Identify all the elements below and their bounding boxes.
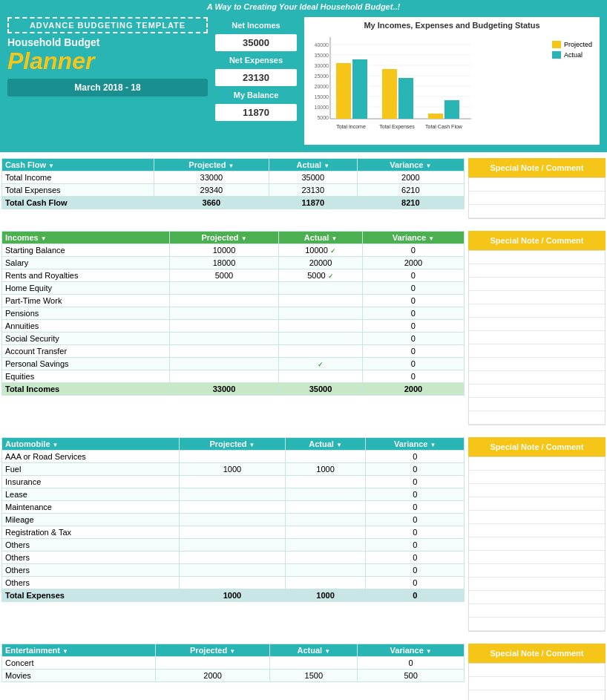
income-variance-10: 0 — [362, 370, 464, 383]
bar-expenses-actual — [398, 78, 413, 119]
entertainment-col1-header[interactable]: Entertainment ▼ — [2, 644, 156, 657]
note-line — [469, 358, 605, 371]
income-label-10: Equities — [2, 370, 170, 383]
cashflow-proj-1: 29340 — [154, 184, 269, 197]
top-banner: A Way to Creating Your Ideal Household B… — [0, 0, 607, 13]
income-proj-8 — [169, 345, 278, 358]
auto-label-3: Lease — [2, 488, 180, 501]
income-actual-10 — [279, 370, 363, 383]
income-proj-9 — [169, 358, 278, 370]
income-proj-2: 5000 — [169, 269, 278, 282]
income-variance-7: 0 — [362, 333, 464, 345]
ent-variance-1: 500 — [358, 670, 465, 682]
automobile-col4-header[interactable]: Variance ▼ — [366, 438, 465, 451]
incomes-col4-header[interactable]: Variance ▼ — [362, 232, 464, 244]
bar-cashflow-actual — [444, 100, 459, 119]
auto-label-2: Insurance — [2, 476, 180, 488]
gap2 — [0, 425, 607, 431]
income-row: Rents and Royalties 5000 5000 ✓ 0 — [2, 269, 465, 282]
incomes-table-wrapper: Incomes ▼ Projected ▼ Actual ▼ Variance … — [1, 231, 465, 425]
balance-value: 11870 — [215, 104, 297, 121]
auto-proj-4 — [180, 501, 285, 514]
cashflow-label-0: Total Income — [2, 171, 154, 184]
note-line — [469, 604, 605, 618]
cashflow-col3-header[interactable]: Actual ▼ — [269, 159, 357, 171]
cashflow-col2-header[interactable]: Projected ▼ — [154, 159, 269, 171]
automobile-col1-header[interactable]: Automobile ▼ — [2, 438, 180, 451]
entertainment-col2-header[interactable]: Projected ▼ — [155, 644, 269, 657]
note-line — [469, 677, 605, 690]
incomes-total-label: Total Incomes — [2, 383, 170, 396]
auto-variance-7: 0 — [366, 539, 465, 552]
bar-chart-svg: 40000 35000 30000 25000 20000 15000 1000… — [308, 33, 501, 137]
income-actual-4 — [279, 295, 363, 307]
entertainment-note-section: Special Note / Comment — [468, 644, 606, 700]
note-line — [469, 291, 605, 304]
cashflow-variance-0: 2000 — [357, 171, 464, 184]
ent-actual-0 — [270, 657, 358, 670]
automobile-col2-header[interactable]: Projected ▼ — [180, 438, 285, 451]
income-label-7: Social Security — [2, 333, 170, 345]
entertainment-col3-header[interactable]: Actual ▼ — [270, 644, 358, 657]
auto-variance-1: 0 — [366, 463, 465, 476]
incomes-col2-header[interactable]: Projected ▼ — [169, 232, 278, 244]
auto-total-proj: 1000 — [180, 589, 285, 602]
income-proj-4 — [169, 295, 278, 307]
income-label-1: Salary — [2, 257, 170, 269]
entertainment-row: Movies 2000 1500 500 — [2, 670, 465, 682]
auto-proj-10 — [180, 577, 285, 589]
svg-text:Total Expenses: Total Expenses — [379, 124, 415, 130]
income-variance-5: 0 — [362, 307, 464, 320]
cashflow-proj-0: 33000 — [154, 171, 269, 184]
cashflow-note-box: Special Note / Comment — [468, 158, 606, 177]
auto-variance-10: 0 — [366, 577, 465, 589]
note-line — [469, 205, 605, 218]
auto-proj-8 — [180, 552, 285, 564]
income-proj-1: 18000 — [169, 257, 278, 269]
incomes-note-box: Special Note / Comment — [468, 231, 606, 250]
auto-variance-6: 0 — [366, 526, 465, 539]
auto-actual-2 — [285, 476, 366, 488]
cashflow-col1-header[interactable]: Cash Flow ▼ — [2, 159, 154, 171]
cashflow-table: Cash Flow ▼ Projected ▼ Actual ▼ Varianc… — [1, 158, 465, 209]
automobile-table: Automobile ▼ Projected ▼ Actual ▼ Varian… — [1, 437, 465, 602]
auto-label-5: Mileage — [2, 514, 180, 526]
ent-variance-0: 0 — [358, 657, 465, 670]
incomes-col3-header[interactable]: Actual ▼ — [279, 232, 363, 244]
auto-variance-0: 0 — [366, 451, 465, 463]
automobile-note-box: Special Note / Comment — [468, 437, 606, 457]
automobile-row: Mileage 0 — [2, 514, 465, 526]
note-line — [469, 524, 605, 537]
header-left: ADVANCE BUDGETING TEMPLATE Household Bud… — [7, 17, 208, 145]
note-line — [469, 457, 605, 471]
income-actual-7 — [279, 333, 363, 345]
note-line — [469, 564, 605, 578]
cashflow-actual-2: 11870 — [269, 197, 357, 209]
legend-actual: Actual — [552, 51, 592, 59]
income-proj-6 — [169, 320, 278, 333]
auto-label-0: AAA or Road Services — [2, 451, 180, 463]
cashflow-variance-1: 6210 — [357, 184, 464, 197]
cashflow-variance-2: 8210 — [357, 197, 464, 209]
income-variance-9: 0 — [362, 358, 464, 370]
income-row: Pensions 0 — [2, 307, 465, 320]
automobile-row: Fuel 1000 1000 0 — [2, 463, 465, 476]
auto-variance-8: 0 — [366, 552, 465, 564]
income-variance-4: 0 — [362, 295, 464, 307]
gap1 — [0, 219, 607, 225]
auto-actual-4 — [285, 501, 366, 514]
auto-proj-0 — [180, 451, 285, 463]
incomes-col1-header[interactable]: Incomes ▼ — [2, 232, 170, 244]
svg-text:25000: 25000 — [315, 73, 329, 79]
automobile-header-row: Automobile ▼ Projected ▼ Actual ▼ Varian… — [2, 438, 465, 451]
automobile-row: Lease 0 — [2, 488, 465, 501]
date-box: March 2018 - 18 — [7, 79, 208, 97]
income-row: Account Transfer 0 — [2, 345, 465, 358]
note-line — [469, 278, 605, 291]
automobile-col3-header[interactable]: Actual ▼ — [285, 438, 366, 451]
entertainment-note-lines — [468, 663, 606, 700]
entertainment-col4-header[interactable]: Variance ▼ — [358, 644, 465, 657]
cashflow-note-lines — [468, 177, 606, 219]
cashflow-col4-header[interactable]: Variance ▼ — [357, 159, 464, 171]
income-variance-1: 2000 — [362, 257, 464, 269]
